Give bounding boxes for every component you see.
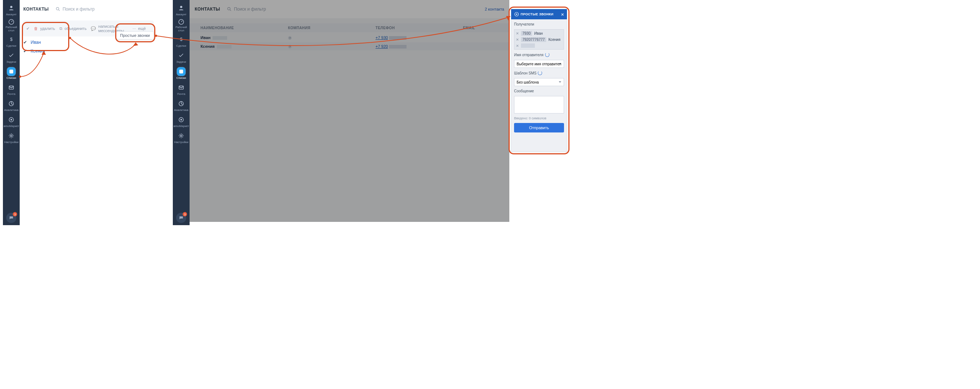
nav-mail[interactable]: Почта (3, 81, 20, 97)
message-input[interactable] (514, 96, 564, 113)
svg-rect-13 (180, 70, 183, 74)
nav-settings[interactable]: Настройки (173, 129, 189, 145)
gear-icon (7, 131, 16, 140)
dollar-icon: $ (177, 35, 186, 44)
template-select[interactable]: Без шаблона (514, 78, 564, 86)
message-label: Сообщение (514, 89, 564, 93)
check-icon (177, 51, 186, 60)
contact-name: Иван (30, 40, 41, 45)
more-dropdown-item[interactable]: Простые звонки (116, 31, 154, 40)
nav-settings[interactable]: Настройки (3, 129, 20, 145)
modal-overlay (189, 0, 509, 222)
chars-hint: Введено: 0 символов (514, 116, 564, 120)
nav-label: Настройки (4, 141, 18, 144)
trash-icon: 🗑 (34, 26, 38, 31)
delete-button[interactable]: 🗑удалить (34, 26, 55, 31)
recipients-box: ✕ 7930 Иван ✕ 79207776777 Ксения ✕ (514, 29, 564, 49)
contact-list: ✔ Иван ✔ Ксения (22, 38, 154, 56)
contact-name: Ксения (30, 49, 45, 54)
remove-icon[interactable]: ✕ (516, 44, 519, 48)
nav-dashboard[interactable]: Рабочийстол (3, 18, 20, 33)
panel-a-header: КОНТАКТЫ Поиск и фильтр (20, 0, 157, 18)
nav-analytics[interactable]: Аналитика (173, 97, 189, 113)
recipients-label: Получатели (514, 22, 564, 26)
recipient-name: Иван (534, 31, 542, 35)
nav-tasks[interactable]: Задачи (173, 49, 189, 65)
more-button[interactable]: ···ещё (133, 26, 146, 31)
svg-point-18 (180, 135, 182, 137)
user-icon (7, 4, 16, 13)
modal-title: ПРОСТЫЕ ЗВОНКИ (520, 13, 554, 16)
chat-button[interactable]: 3 (6, 213, 16, 223)
nav-label: Задачи (6, 61, 16, 64)
checkbox-master[interactable]: ✔ (26, 26, 30, 31)
nav-market[interactable]: amoМаркет (173, 113, 189, 129)
chart-icon (7, 99, 16, 108)
nav-tasks[interactable]: Задачи (3, 49, 20, 65)
svg-point-10 (180, 6, 182, 8)
refresh-icon[interactable] (538, 71, 542, 75)
nav-lists[interactable]: Списки (3, 65, 20, 81)
svg-text:$: $ (180, 37, 183, 42)
sender-select[interactable]: Выберите имя отправителя (514, 60, 564, 68)
remove-icon[interactable]: ✕ (516, 38, 519, 41)
svg-point-0 (10, 6, 13, 8)
nav-mail[interactable]: Почта (173, 81, 189, 97)
refresh-icon[interactable] (545, 53, 549, 57)
chat-icon (179, 215, 184, 220)
sender-label: Имя отправителя (514, 53, 564, 57)
nav-market[interactable]: amoМаркет (3, 113, 20, 129)
chat-button[interactable]: 3 (176, 213, 186, 223)
nav-dashboard[interactable]: Рабочийстол (173, 18, 189, 33)
svg-point-17 (180, 119, 182, 121)
nav-lists[interactable]: Списки (173, 65, 189, 81)
svg-point-9 (56, 7, 59, 10)
nav-deals[interactable]: $Сделки (173, 33, 189, 49)
market-icon (177, 115, 186, 124)
chart-icon (177, 99, 186, 108)
svg-point-8 (11, 135, 13, 137)
nav-account[interactable]: Аккаунт (173, 2, 189, 18)
check-icon: ✔ (22, 40, 28, 45)
panel-b: КОНТАКТЫ Поиск и фильтр 2 контакта НАИМЕ… (189, 0, 509, 222)
svg-point-21 (516, 13, 517, 15)
list-icon (7, 67, 16, 76)
recipient-blank (521, 43, 535, 48)
remove-icon[interactable]: ✕ (516, 31, 519, 35)
svg-text:$: $ (10, 37, 13, 42)
nav-label: Сделки (6, 45, 16, 48)
send-button[interactable]: Отправить (514, 123, 564, 132)
nav-analytics[interactable]: Аналитика (3, 97, 20, 113)
list-icon (177, 67, 186, 76)
nav-label: Почта (7, 93, 15, 96)
mail-icon (7, 83, 16, 92)
nav-deals[interactable]: $ Сделки (3, 33, 20, 49)
gauge-icon (7, 19, 16, 25)
panel-a: КОНТАКТЫ Поиск и фильтр ✔ 🗑удалить ⧉объе… (20, 0, 157, 222)
list-item[interactable]: ✔ Ксения (22, 47, 154, 56)
search-icon (56, 6, 60, 12)
svg-rect-3 (10, 70, 13, 74)
recipient-name: Ксения (548, 38, 560, 41)
bulk-toolbar: ✔ 🗑удалить ⧉объединить 💬написать в мессе… (22, 21, 154, 37)
nav-account[interactable]: Аккаунт (3, 2, 20, 18)
chat-badge: 3 (183, 212, 187, 217)
recipient-row: ✕ 79207776777 Ксения (516, 37, 562, 42)
user-icon (177, 4, 186, 13)
nav-label: Рабочийстол (5, 26, 17, 32)
nav-label: Аналитика (4, 109, 19, 112)
chat-icon: 💬 (91, 26, 96, 31)
chat-badge: 3 (13, 212, 17, 217)
template-label: Шаблон SMS (514, 71, 564, 75)
merge-icon: ⧉ (59, 26, 62, 31)
merge-button[interactable]: ⧉объединить (59, 26, 86, 31)
sidebar-left: Аккаунт Рабочийстол $ Сделки Задачи Спис… (3, 0, 20, 225)
nav-label: amoМаркет (4, 125, 19, 128)
recipient-number: 79207776777 (521, 37, 546, 42)
dollar-icon: $ (7, 35, 16, 44)
search-input[interactable]: Поиск и фильтр (56, 6, 95, 12)
market-icon (7, 115, 16, 124)
recipient-number: 7930 (521, 31, 532, 36)
svg-point-7 (11, 119, 13, 121)
close-button[interactable]: × (561, 12, 564, 17)
